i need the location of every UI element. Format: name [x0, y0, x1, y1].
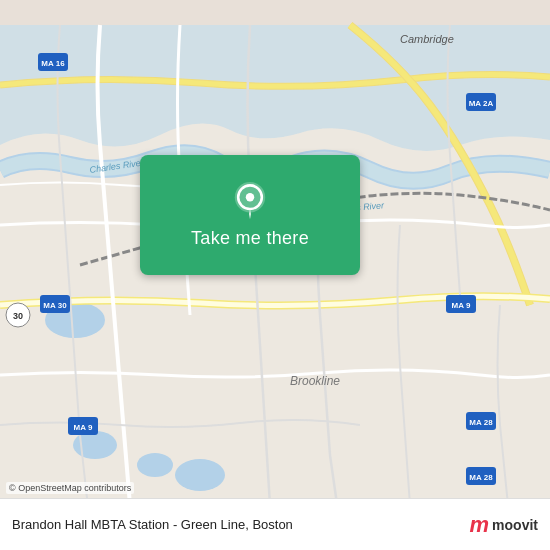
map-container: MA 16 MA 2A MA 30 30 MA 9 MA 9 MA 28 MA …	[0, 0, 550, 550]
svg-text:MA 30: MA 30	[43, 301, 67, 310]
moovit-logo-letter: m	[470, 512, 490, 538]
osm-attribution: © OpenStreetMap contributors	[6, 482, 134, 494]
bottom-bar: Brandon Hall MBTA Station - Green Line, …	[0, 498, 550, 550]
svg-text:30: 30	[13, 311, 23, 321]
svg-text:MA 16: MA 16	[41, 59, 65, 68]
svg-text:MA 9: MA 9	[74, 423, 93, 432]
svg-text:Brookline: Brookline	[290, 374, 340, 388]
svg-point-3	[137, 453, 173, 477]
location-pin-icon	[231, 182, 269, 220]
station-name: Brandon Hall MBTA Station - Green Line, …	[12, 517, 460, 532]
svg-text:MA 9: MA 9	[452, 301, 471, 310]
svg-point-4	[175, 459, 225, 491]
svg-text:MA 28: MA 28	[469, 418, 493, 427]
map-background: MA 16 MA 2A MA 30 30 MA 9 MA 9 MA 28 MA …	[0, 0, 550, 550]
take-me-there-button[interactable]: Take me there	[140, 155, 360, 275]
moovit-logo: m moovit	[470, 512, 538, 538]
svg-text:MA 28: MA 28	[469, 473, 493, 482]
svg-text:Cambridge: Cambridge	[400, 33, 454, 45]
cta-label: Take me there	[191, 228, 309, 249]
svg-point-27	[246, 192, 254, 200]
moovit-logo-text: moovit	[492, 517, 538, 533]
svg-text:MA 2A: MA 2A	[469, 99, 494, 108]
